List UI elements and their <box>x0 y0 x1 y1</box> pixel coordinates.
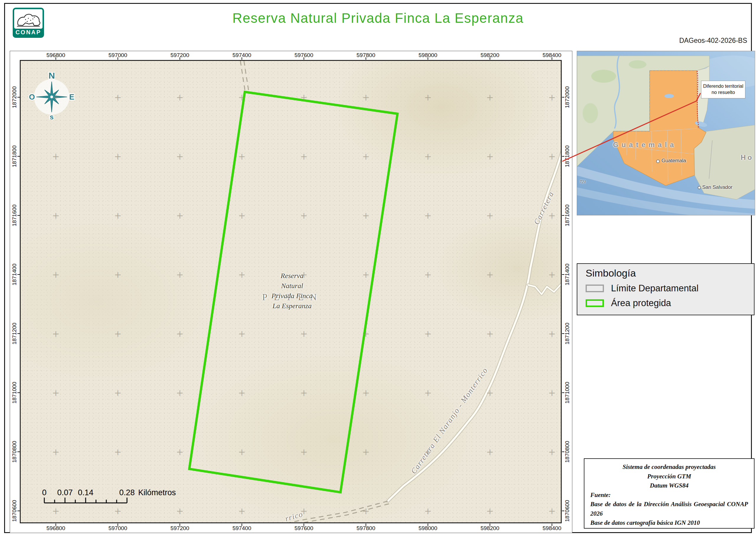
grid-cross: + <box>114 329 121 339</box>
grid-cross: + <box>486 329 493 339</box>
grid-cross: + <box>52 151 59 162</box>
grid-cross: + <box>548 210 555 221</box>
tick-mark <box>55 57 56 60</box>
road-branch <box>528 285 561 294</box>
tick-mark <box>179 523 180 526</box>
y-tick-label: 1871400 <box>564 264 571 285</box>
grid-cross: + <box>238 92 245 103</box>
legend-item-label: Área protegida <box>611 298 671 309</box>
y-tick-label: 1871200 <box>564 323 571 345</box>
grid-cross: + <box>548 269 555 280</box>
grid-cross: + <box>486 92 493 103</box>
grid-cross: + <box>114 151 121 162</box>
tick-mark <box>17 274 20 275</box>
x-tick-label: 597600 <box>295 525 313 532</box>
grid-cross: + <box>114 92 121 103</box>
grid-cross: + <box>548 329 555 339</box>
tick-mark <box>562 215 564 216</box>
protected-area-label: Reserva Natural Privada Finca La Esperan… <box>239 271 345 311</box>
grid-cross: + <box>548 92 555 103</box>
grid-cross: + <box>52 92 59 103</box>
capital-city-marker <box>656 160 659 163</box>
x-tick-label: 597800 <box>357 525 375 532</box>
map-frame: PETEN Reserva Natural Privada Finca La E… <box>10 51 572 533</box>
grid-cross: + <box>300 447 307 457</box>
tick-mark <box>241 57 242 60</box>
area-label-line: Privada Finca <box>239 291 345 301</box>
grid-cross: + <box>486 506 493 516</box>
tick-mark <box>117 523 118 526</box>
scale-unit-label: Kilómetros <box>138 488 176 497</box>
compass-south-label: s <box>49 113 53 120</box>
grid-cross: + <box>300 269 307 280</box>
y-tick-label: 1871600 <box>564 205 571 226</box>
grid-cross: + <box>52 329 59 339</box>
tick-mark <box>303 523 304 526</box>
grid-cross: + <box>238 210 245 221</box>
grid-cross: + <box>300 388 307 398</box>
grid-cross: + <box>176 447 183 457</box>
tick-mark <box>562 392 564 393</box>
grid-cross: + <box>52 447 59 457</box>
area-label-line: La Esperanza <box>239 301 345 311</box>
grid-cross: + <box>176 329 183 339</box>
grid-cross: + <box>486 447 493 457</box>
grid-cross: + <box>114 506 121 516</box>
scale-tick-label: 0 <box>42 488 47 497</box>
x-tick-label: 596800 <box>47 525 65 532</box>
y-tick-label: 1871800 <box>11 145 18 167</box>
tick-mark <box>489 57 490 60</box>
y-tick-label: 1870600 <box>564 500 571 522</box>
credits-line: Datum WGS84 <box>590 481 748 490</box>
y-tick-label: 1871000 <box>11 382 18 404</box>
tick-mark <box>562 97 564 97</box>
grid-cross: + <box>424 151 431 162</box>
tick-mark <box>562 333 564 334</box>
credits-line: Base de datos cartografía básica IGN 201… <box>590 518 748 528</box>
jaguar-illustration <box>14 9 43 29</box>
grid-cross: + <box>300 329 307 339</box>
legend-item: Área protegida <box>585 298 746 309</box>
tick-mark <box>17 156 20 156</box>
grid-cross: + <box>238 269 245 280</box>
grid-cross: + <box>238 151 245 162</box>
area-label-line: Natural <box>239 281 345 291</box>
grid-cross: + <box>362 506 369 516</box>
lake <box>664 94 674 98</box>
scale-tick-label: 0.07 <box>57 488 73 497</box>
y-tick-label: 1871600 <box>11 205 18 226</box>
x-tick-label: 598400 <box>543 525 561 532</box>
grid-cross: + <box>424 506 431 516</box>
x-tick-label: 598200 <box>481 525 499 532</box>
protected-area-swatch <box>585 299 604 307</box>
tick-mark <box>551 523 552 526</box>
grid-cross: + <box>424 447 431 457</box>
grid-cross: + <box>548 506 555 516</box>
main-road <box>388 102 561 501</box>
tick-mark <box>17 215 20 216</box>
grid-cross: + <box>362 210 369 221</box>
y-tick-label: 1871800 <box>564 145 571 167</box>
compass-rose: N E s O <box>27 70 77 120</box>
grid-cross: + <box>486 151 493 162</box>
tick-mark <box>17 511 20 511</box>
tick-mark <box>241 523 242 526</box>
tick-mark <box>562 274 564 275</box>
conap-logo-text: CONAP <box>14 29 43 36</box>
city-marker <box>698 186 701 189</box>
grid-cross: + <box>424 329 431 339</box>
tick-mark <box>551 57 552 60</box>
credits-line: Fuente: <box>590 490 748 500</box>
credits-line: Base de datos de la Dirección Análisis G… <box>590 500 748 518</box>
tick-mark <box>562 156 564 156</box>
grid-cross: + <box>486 210 493 221</box>
grid-cross: + <box>548 388 555 398</box>
grid-cross: + <box>52 506 59 516</box>
grid-cross: + <box>362 329 369 339</box>
grid-cross: + <box>424 92 431 103</box>
grid-cross: + <box>362 151 369 162</box>
inset-map: Guatemala Guatemala San Salvador 721 Ho … <box>577 51 755 216</box>
credits-line: Proyección GTM <box>590 472 748 481</box>
tick-mark <box>562 511 564 511</box>
y-tick-label: 1872000 <box>564 86 571 108</box>
